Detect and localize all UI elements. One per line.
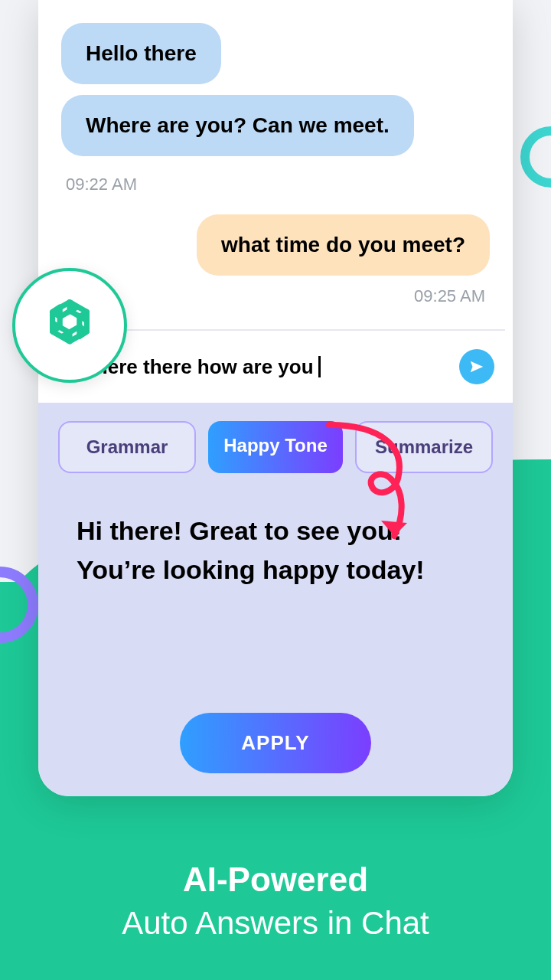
- pill-grammar[interactable]: Grammar: [58, 421, 196, 473]
- apply-button[interactable]: APPLY: [180, 713, 370, 773]
- send-button[interactable]: [459, 349, 494, 384]
- ai-suggestion-panel: Grammar Happy Tone Summarize Hi there! G…: [38, 403, 513, 796]
- chat-bubble-outgoing: what time do you meet?: [197, 214, 490, 276]
- promo-line2: Auto Answers in Chat: [0, 905, 551, 942]
- text-cursor: [318, 356, 321, 377]
- promo-line1: AI-Powered: [0, 861, 551, 899]
- ai-suggestion-text: Hi there! Great to see you! You’re looki…: [58, 496, 493, 713]
- ai-logo-icon: [39, 295, 100, 356]
- decor-ring-teal: [520, 126, 551, 188]
- chat-area: Hello there Where are you? Can we meet. …: [38, 0, 513, 329]
- pill-summarize[interactable]: Summarize: [355, 421, 493, 473]
- timestamp-outgoing: 09:25 AM: [61, 286, 485, 306]
- promo-footer: AI-Powered Auto Answers in Chat: [0, 861, 551, 942]
- chat-bubble-incoming: Where are you? Can we meet.: [61, 95, 414, 156]
- pill-happy-tone[interactable]: Happy Tone: [208, 421, 343, 473]
- tone-pill-row: Grammar Happy Tone Summarize: [58, 421, 493, 473]
- ai-badge: [12, 268, 127, 383]
- timestamp-incoming: 09:22 AM: [66, 175, 490, 194]
- phone-card: Hello there Where are you? Can we meet. …: [38, 0, 513, 796]
- message-input[interactable]: Here there how are you: [93, 355, 448, 379]
- chat-bubble-incoming: Hello there: [61, 23, 221, 84]
- message-input-text: Here there how are you: [93, 355, 314, 379]
